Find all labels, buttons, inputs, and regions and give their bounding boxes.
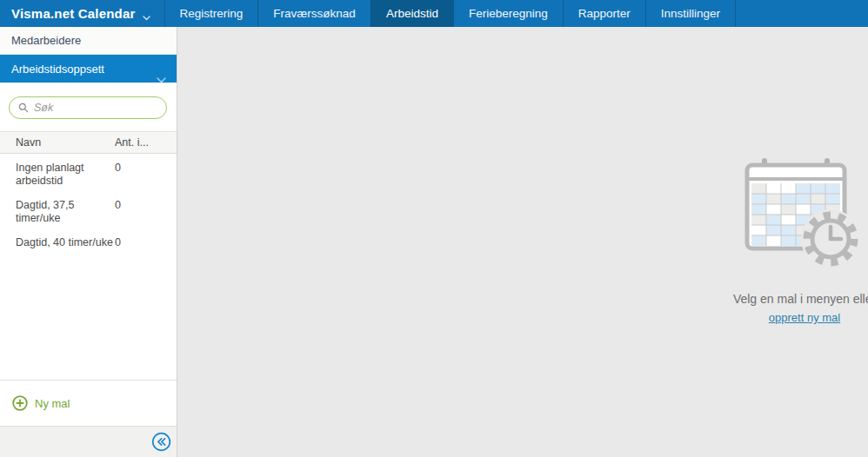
template-table-header: Navn Ant. i... xyxy=(0,131,177,154)
chevron-down-icon xyxy=(157,66,166,72)
main-content: Velg en mal i menyen eller opprett ny ma… xyxy=(178,27,868,457)
tab-rapporter[interactable]: Rapporter xyxy=(563,0,645,27)
template-name: Ingen planlagt arbeidstid xyxy=(0,162,115,188)
empty-state: Velg en mal i menyen eller opprett ny ma… xyxy=(626,156,868,325)
template-count: 0 xyxy=(115,199,121,225)
double-chevron-left-icon xyxy=(151,432,171,452)
sidebar: Medarbeidere Arbeidstidsoppsett Navn Ant… xyxy=(0,27,177,457)
tab-label: Arbeidstid xyxy=(386,7,438,20)
tab-innstillinger[interactable]: Innstillinger xyxy=(645,0,736,27)
table-row[interactable]: Dagtid, 40 timer/uke 0 xyxy=(0,236,177,261)
table-row[interactable]: Ingen planlagt arbeidstid 0 xyxy=(0,162,177,199)
template-list: Ingen planlagt arbeidstid 0 Dagtid, 37,5… xyxy=(0,154,177,261)
chevron-down-icon xyxy=(143,10,150,17)
tab-label: Innstillinger xyxy=(661,7,720,20)
tab-fravaerssoknad[interactable]: Fraværssøknad xyxy=(257,0,371,27)
sidebar-item-medarbeidere[interactable]: Medarbeidere xyxy=(0,27,177,55)
empty-state-message: Velg en mal i menyen eller xyxy=(626,292,868,306)
create-template-link[interactable]: opprett ny mal xyxy=(769,311,840,324)
plus-circle-icon xyxy=(12,395,28,411)
collapse-sidebar-button[interactable] xyxy=(151,432,171,452)
tab-label: Rapporter xyxy=(578,7,631,20)
nav-tabs: Registrering Fraværssøknad Arbeidstid Fe… xyxy=(164,0,737,27)
tab-arbeidstid[interactable]: Arbeidstid xyxy=(371,0,453,27)
search-section xyxy=(0,83,177,131)
search-input[interactable] xyxy=(34,102,157,114)
tab-ferieberegning[interactable]: Ferieberegning xyxy=(453,0,563,27)
template-name: Dagtid, 40 timer/uke xyxy=(0,236,115,249)
column-header-navn[interactable]: Navn xyxy=(0,136,115,149)
column-header-antall[interactable]: Ant. i... xyxy=(115,136,149,149)
search-box[interactable] xyxy=(9,96,167,119)
template-count: 0 xyxy=(115,236,121,249)
sidebar-item-label: Arbeidstidsoppsett xyxy=(11,56,104,83)
tab-label: Registrering xyxy=(180,7,244,20)
top-navigation: Visma.net Calendar Registrering Fraværss… xyxy=(0,0,868,27)
sidebar-item-arbeidstidsoppsett[interactable]: Arbeidstidsoppsett xyxy=(0,55,177,83)
tab-label: Fraværssøknad xyxy=(273,7,356,20)
new-template-button[interactable]: Ny mal xyxy=(0,380,177,426)
tab-registrering[interactable]: Registrering xyxy=(164,0,258,27)
new-template-label: Ny mal xyxy=(35,397,70,410)
template-name: Dagtid, 37,5 timer/uke xyxy=(0,199,115,225)
app-menu[interactable]: Visma.net Calendar xyxy=(0,0,164,27)
table-row[interactable]: Dagtid, 37,5 timer/uke 0 xyxy=(0,199,177,236)
calendar-clock-icon xyxy=(744,156,865,274)
app-title: Visma.net Calendar xyxy=(11,6,136,21)
search-icon xyxy=(18,103,29,113)
tab-label: Ferieberegning xyxy=(469,7,548,20)
sidebar-item-label: Medarbeidere xyxy=(11,34,81,47)
template-count: 0 xyxy=(115,162,121,188)
sidebar-footer xyxy=(0,426,177,457)
